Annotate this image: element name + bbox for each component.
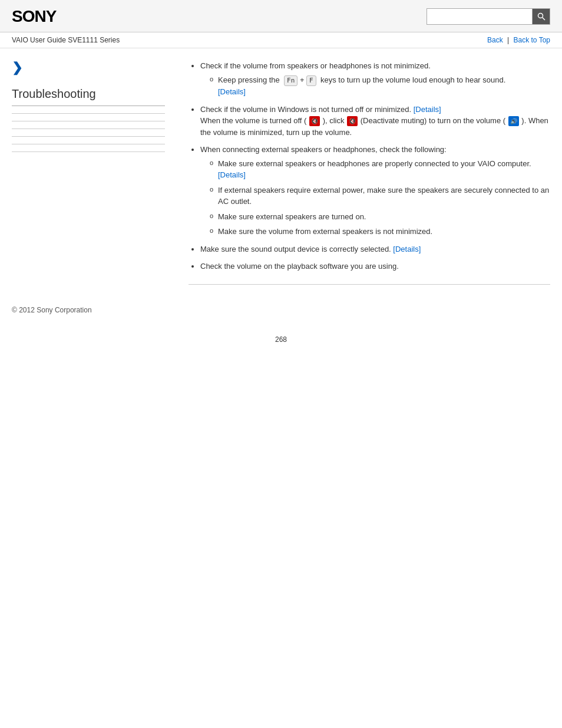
sub-list: Make sure external speakers or headphone… — [200, 158, 550, 238]
details-link-1[interactable]: [Details] — [218, 87, 246, 96]
sidebar-divider-4 — [12, 136, 165, 137]
nav-bar: VAIO User Guide SVE1111 Series Back | Ba… — [0, 32, 562, 48]
item-text: Check if the volume in Windows is not tu… — [200, 105, 414, 114]
list-item: Check if the volume in Windows is not tu… — [200, 104, 550, 139]
sub-item-text: Make sure external speakers or headphone… — [218, 159, 531, 168]
main-list: Check if the volume from speakers or hea… — [189, 60, 550, 272]
nav-separator: | — [507, 36, 509, 44]
nav-links: Back | Back to Top — [487, 36, 550, 44]
header: SONY — [0, 0, 562, 32]
content-area: Check if the volume from speakers or hea… — [177, 60, 550, 285]
item-text: When connecting external speakers or hea… — [200, 145, 447, 154]
footer: © 2012 Sony Corporation — [0, 297, 562, 324]
details-link-4[interactable]: [Details] — [393, 245, 421, 253]
sub-item-text: Keep pressing the Fn + F keys to turn up… — [218, 75, 505, 84]
list-item: Keep pressing the Fn + F keys to turn up… — [210, 74, 550, 98]
list-item: When connecting external speakers or hea… — [200, 144, 550, 238]
breadcrumb: VAIO User Guide SVE1111 Series — [12, 36, 120, 44]
sidebar-divider-3 — [12, 129, 165, 129]
svg-line-1 — [542, 18, 545, 21]
key-fn: Fn — [284, 75, 297, 87]
sidebar-divider-5 — [12, 144, 165, 144]
sony-logo: SONY — [12, 7, 56, 26]
search-area — [427, 8, 550, 25]
list-item: Make sure the sound output device is cor… — [200, 243, 550, 255]
sub-list: Keep pressing the Fn + F keys to turn up… — [200, 74, 550, 98]
search-icon — [537, 12, 546, 21]
details-link-2[interactable]: [Details] — [414, 105, 441, 114]
list-item: Make sure external speakers or headphone… — [210, 158, 550, 181]
search-button[interactable] — [533, 8, 550, 25]
chevron-icon: ❯ — [12, 60, 165, 75]
list-item: Check the volume on the playback softwar… — [200, 261, 550, 272]
sidebar-divider-1 — [12, 113, 165, 114]
svg-point-0 — [538, 14, 543, 18]
volume-on-icon: 🔊 — [508, 116, 519, 126]
volume-off-icon: 🔇 — [309, 116, 320, 126]
item-text: Check if the volume from speakers or hea… — [200, 61, 431, 70]
sidebar: ❯ Troubleshooting — [12, 60, 177, 285]
sub-item-text: Make sure external speakers are turned o… — [218, 212, 366, 221]
key-f: F — [306, 75, 316, 87]
copyright: © 2012 Sony Corporation — [12, 306, 92, 314]
list-item: Make sure the volume from external speak… — [210, 226, 550, 238]
sidebar-title: Troubleshooting — [12, 87, 165, 106]
sub-item-text: Make sure the volume from external speak… — [218, 227, 432, 236]
list-item: Check if the volume from speakers or hea… — [200, 60, 550, 98]
details-link-3[interactable]: [Details] — [218, 170, 246, 179]
list-item: If external speakers require external po… — [210, 185, 550, 207]
volume-click-icon: 🔇 — [347, 116, 358, 126]
page-number: 268 — [0, 324, 562, 350]
item-text: Check the volume on the playback softwar… — [200, 262, 399, 271]
list-item: Make sure external speakers are turned o… — [210, 211, 550, 223]
sidebar-divider-6 — [12, 151, 165, 152]
main-content: ❯ Troubleshooting Check if the volume fr… — [0, 48, 562, 297]
back-link[interactable]: Back — [487, 36, 503, 44]
search-input[interactable] — [427, 8, 533, 25]
item-text: Make sure the sound output device is cor… — [200, 245, 393, 253]
sub-item-text: If external speakers require external po… — [218, 186, 549, 206]
item-text-continuation: When the volume is turned off ( 🔇 ), cli… — [200, 116, 548, 137]
content-bottom-border — [189, 284, 550, 285]
back-to-top-link[interactable]: Back to Top — [514, 36, 550, 44]
sidebar-divider-2 — [12, 121, 165, 121]
